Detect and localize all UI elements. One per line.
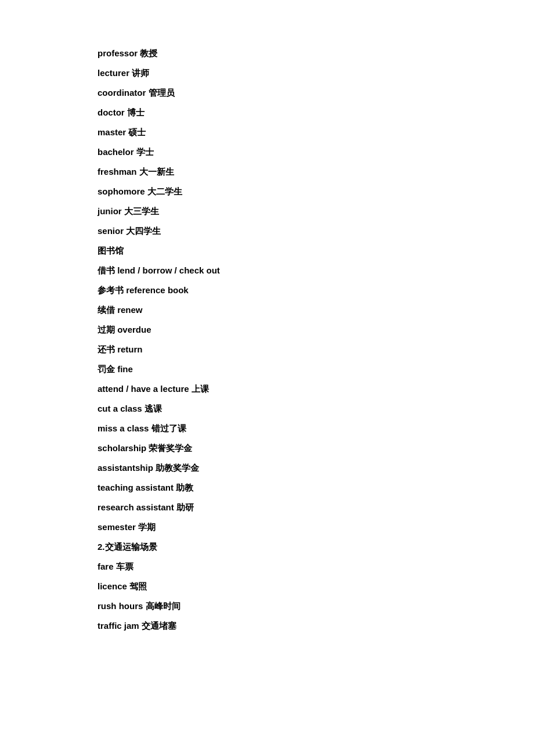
list-item: teaching assistant 助教 — [98, 481, 534, 495]
list-item: master 硕士 — [98, 125, 534, 139]
english-term: senior — [98, 226, 124, 236]
chinese-term: 管理员 — [149, 88, 175, 98]
english-term: assistantship — [98, 463, 153, 473]
list-item: bachelor 学士 — [98, 145, 534, 159]
vocab-text: 罚金 fine — [98, 364, 133, 374]
chinese-term: 大一新生 — [139, 167, 174, 177]
list-item: licence 驾照 — [98, 579, 534, 593]
english-term: scholarship — [98, 443, 146, 453]
chinese-term: 驾照 — [129, 581, 147, 591]
english-term: freshman — [98, 167, 137, 177]
list-item: semester 学期 — [98, 520, 534, 534]
vocab-text: 参考书 reference book — [98, 285, 189, 295]
list-item: cut a class 逃课 — [98, 402, 534, 416]
list-item: 续借 renew — [98, 303, 534, 317]
list-item: assistantship 助教奖学金 — [98, 461, 534, 475]
list-item: coordinator 管理员 — [98, 86, 534, 100]
vocab-text: 借书 lend / borrow / check out — [98, 265, 220, 275]
chinese-term: 教授 — [140, 48, 157, 58]
english-term: miss a class — [98, 423, 149, 433]
list-item: senior 大四学生 — [98, 224, 534, 238]
chinese-term: 错过了课 — [151, 423, 186, 433]
list-item: 罚金 fine — [98, 362, 534, 376]
chinese-term: 上课 — [192, 384, 209, 394]
english-term: sophomore — [98, 186, 145, 196]
english-term: teaching assistant — [98, 483, 174, 492]
english-term: fare — [98, 561, 114, 571]
list-item: rush hours 高峰时间 — [98, 599, 534, 613]
list-item: doctor 博士 — [98, 106, 534, 120]
english-term: research assistant — [98, 502, 174, 512]
english-term: lecturer — [98, 68, 129, 78]
chinese-term: 博士 — [127, 107, 145, 117]
list-item: freshman 大一新生 — [98, 165, 534, 179]
section-title: 2.交通运输场景 — [98, 542, 157, 552]
english-term: junior — [98, 206, 122, 216]
list-item: 借书 lend / borrow / check out — [98, 264, 534, 278]
chinese-term: 助教 — [176, 483, 193, 492]
chinese-term: 交通堵塞 — [142, 621, 176, 631]
section-label: 图书馆 — [98, 244, 534, 258]
english-term: licence — [98, 581, 127, 591]
list-item: 过期 overdue — [98, 323, 534, 337]
list-item: fare 车票 — [98, 560, 534, 574]
list-item: attend / have a lecture 上课 — [98, 382, 534, 396]
list-item: professor 教授 — [98, 46, 534, 60]
chinese-term: 讲师 — [132, 68, 149, 78]
list-item: lecturer 讲师 — [98, 66, 534, 80]
chinese-term: 高峰时间 — [146, 601, 181, 611]
english-term: semester — [98, 522, 136, 532]
chinese-term: 硕士 — [128, 127, 146, 137]
list-item: 参考书 reference book — [98, 283, 534, 297]
list-item: research assistant 助研 — [98, 501, 534, 514]
chinese-term: 荣誉奖学金 — [149, 443, 192, 453]
chinese-term: 大三学生 — [124, 206, 159, 216]
chinese-term: 助研 — [176, 502, 194, 512]
chinese-term: 逃课 — [145, 404, 162, 413]
chinese-term: 大二学生 — [147, 186, 182, 196]
list-item: traffic jam 交通堵塞 — [98, 619, 534, 633]
section-chinese: 图书馆 — [98, 246, 124, 255]
english-term: attend / have a lecture — [98, 384, 189, 394]
chinese-term: 大四学生 — [126, 226, 161, 236]
english-term: doctor — [98, 107, 125, 117]
list-item: miss a class 错过了课 — [98, 422, 534, 435]
list-item: junior 大三学生 — [98, 204, 534, 218]
list-item: 还书 return — [98, 343, 534, 357]
vocab-text: 续借 renew — [98, 305, 143, 315]
list-item: scholarship 荣誉奖学金 — [98, 441, 534, 455]
english-term: cut a class — [98, 404, 142, 413]
english-term: professor — [98, 48, 138, 58]
english-term: traffic jam — [98, 621, 139, 631]
section-label: 2.交通运输场景 — [98, 540, 534, 554]
chinese-term: 学士 — [136, 147, 154, 157]
chinese-term: 助教奖学金 — [156, 463, 199, 473]
list-item: sophomore 大二学生 — [98, 185, 534, 199]
vocab-text: 过期 overdue — [98, 325, 151, 334]
chinese-term: 学期 — [138, 522, 156, 532]
chinese-term: 车票 — [116, 561, 134, 571]
english-term: coordinator — [98, 88, 146, 98]
english-term: bachelor — [98, 147, 134, 157]
english-term: master — [98, 127, 126, 137]
vocab-text: 还书 return — [98, 344, 143, 354]
vocab-list: professor 教授lecturer 讲师coordinator 管理员do… — [98, 46, 534, 633]
english-term: rush hours — [98, 601, 143, 611]
